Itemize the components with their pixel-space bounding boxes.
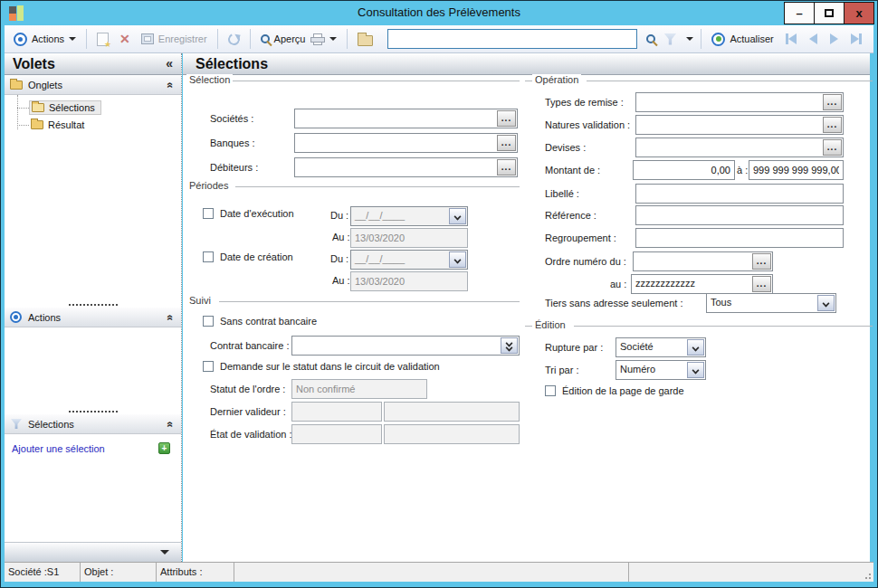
types-remise-label: Types de remise :	[545, 97, 624, 108]
status-bar: Société :S1 Objet : Attributs :	[5, 562, 873, 582]
actualiser-button[interactable]: Actualiser	[706, 27, 778, 51]
tree-item-selections[interactable]: Sélections	[5, 100, 181, 116]
debiteurs-lookup-button[interactable]: ...	[497, 159, 516, 175]
resize-grip[interactable]	[862, 570, 871, 579]
save-label: Enregistrer	[158, 33, 207, 44]
banques-lookup-button[interactable]: ...	[497, 135, 516, 151]
societes-label: Sociétés :	[210, 113, 253, 124]
regroupement-label: Regroupement :	[545, 232, 616, 243]
status-empty-cell	[629, 563, 873, 582]
actions-menu-button[interactable]: Actions	[8, 27, 81, 51]
date-creation-checkbox[interactable]	[203, 251, 214, 262]
search-input[interactable]	[387, 29, 637, 49]
folder-button[interactable]	[352, 27, 378, 51]
rupture-par-combo[interactable]: Société	[616, 337, 706, 357]
tri-dropdown-icon[interactable]	[687, 362, 704, 378]
nav-last-button[interactable]	[845, 28, 868, 50]
collapse-actions-icon[interactable]: «	[165, 315, 177, 321]
refresh-button[interactable]	[223, 27, 245, 51]
page-garde-label: Édition de la page de garde	[562, 385, 684, 396]
devises-lookup-button[interactable]: ...	[823, 139, 842, 156]
banques-field[interactable]: ...	[294, 133, 518, 153]
collapse-onglets-icon[interactable]: «	[165, 82, 177, 89]
close-icon: x	[855, 6, 862, 20]
page-title: Sélections	[183, 56, 268, 72]
section-selections[interactable]: Sélections «	[5, 414, 181, 434]
dernier-valideur-field-1[interactable]	[291, 402, 382, 422]
rupture-dropdown-icon[interactable]	[687, 339, 704, 356]
app-window: Consultation des Prélèvements – x Action…	[0, 0, 878, 588]
sidebar-collapse-button[interactable]: «	[166, 56, 173, 71]
close-button[interactable]: x	[844, 2, 874, 24]
contrat-bancaire-combo[interactable]	[291, 336, 520, 356]
date-execution-au-field[interactable]	[350, 228, 468, 248]
filter-caret-icon	[686, 37, 693, 41]
actions-icon	[14, 33, 27, 46]
date-creation-du-dropdown-icon[interactable]	[449, 251, 466, 268]
contrat-bancaire-double-chevron-icon[interactable]	[501, 337, 518, 354]
save-button[interactable]: Enregistrer	[136, 27, 213, 51]
dernier-valideur-field-2[interactable]	[384, 402, 520, 422]
date-execution-checkbox[interactable]	[203, 208, 214, 219]
add-selection-plus-icon[interactable]: +	[158, 442, 170, 454]
sans-contrat-checkbox[interactable]	[203, 316, 214, 327]
onglets-label: Onglets	[23, 80, 62, 90]
delete-button[interactable]: ✕	[114, 27, 136, 51]
add-selection-link[interactable]: Ajouter une sélection	[12, 443, 105, 454]
ordre-numero-au-lookup-button[interactable]: ...	[752, 276, 771, 292]
tri-par-label: Tri par :	[545, 365, 579, 375]
statut-ordre-field[interactable]	[291, 379, 427, 399]
reference-field[interactable]	[635, 205, 844, 225]
maximize-button[interactable]	[814, 2, 845, 24]
rupture-par-label: Rupture par :	[545, 342, 603, 353]
etat-validation-field-1[interactable]	[291, 424, 382, 444]
natures-validation-lookup-button[interactable]: ...	[823, 117, 842, 133]
delete-icon: ✕	[119, 33, 130, 45]
au-label: Au :	[332, 232, 350, 242]
date-execution-du-combo[interactable]: __/__/____	[350, 206, 468, 226]
sidebar-footer-bar[interactable]	[5, 542, 181, 562]
etat-validation-field-2[interactable]	[384, 424, 520, 444]
nav-next-button[interactable]	[824, 28, 845, 50]
tri-par-combo[interactable]: Numéro	[616, 360, 706, 380]
debiteurs-field[interactable]: ...	[294, 157, 518, 177]
actualiser-label: Actualiser	[730, 33, 773, 44]
ordre-numero-du-field[interactable]: ...	[633, 251, 773, 271]
devises-field[interactable]: ...	[635, 138, 844, 157]
filter-button[interactable]	[661, 27, 696, 51]
tree-item-resultat[interactable]: Résultat	[5, 117, 181, 133]
nav-previous-button[interactable]	[803, 28, 824, 50]
print-button[interactable]	[310, 27, 342, 51]
date-creation-au-field[interactable]	[350, 271, 468, 291]
societes-lookup-button[interactable]: ...	[497, 110, 516, 127]
search-button[interactable]	[641, 27, 661, 51]
types-remise-field[interactable]: ...	[635, 92, 844, 112]
ordre-numero-du-lookup-button[interactable]: ...	[752, 253, 771, 270]
ordre-numero-au-field[interactable]: zzzzzzzzzzzz ...	[631, 274, 773, 294]
collapse-selections-icon[interactable]: «	[165, 422, 177, 428]
date-execution-du-dropdown-icon[interactable]	[449, 208, 466, 224]
libelle-field[interactable]	[635, 184, 844, 204]
actions-section-label: Actions	[22, 312, 61, 323]
preview-button[interactable]: Aperçu	[255, 27, 311, 51]
tiers-sans-adresse-combo[interactable]: Tous	[706, 293, 836, 313]
section-onglets[interactable]: Onglets «	[5, 75, 181, 95]
page-garde-checkbox[interactable]	[545, 385, 556, 396]
minimize-button[interactable]: –	[784, 2, 815, 24]
group-suivi-legend: Suivi	[186, 295, 214, 306]
date-creation-du-combo[interactable]: __/__/____	[350, 250, 468, 270]
types-remise-lookup-button[interactable]: ...	[823, 94, 842, 110]
regroupement-field[interactable]	[635, 228, 844, 248]
societes-field[interactable]: ...	[294, 109, 518, 128]
montant-de-field[interactable]	[633, 160, 735, 180]
montant-a-field[interactable]	[749, 160, 844, 180]
date-creation-label: Date de création	[220, 251, 293, 262]
tiers-dropdown-icon[interactable]	[817, 295, 835, 311]
natures-validation-field[interactable]: ...	[635, 115, 844, 135]
demande-statut-checkbox[interactable]	[203, 361, 214, 372]
devises-label: Devises :	[545, 142, 586, 153]
section-actions[interactable]: Actions «	[5, 308, 181, 327]
nav-first-button[interactable]	[779, 28, 803, 50]
date-execution-label: Date d'exécution	[220, 208, 294, 219]
new-button[interactable]	[91, 27, 114, 51]
